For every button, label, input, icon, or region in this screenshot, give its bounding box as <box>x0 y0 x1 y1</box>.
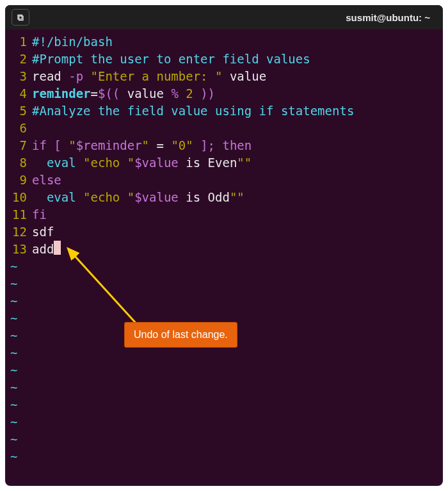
token: fi <box>32 207 47 221</box>
line-number: 6 <box>5 120 32 137</box>
token: $value <box>134 190 179 204</box>
tilde-icon: ~ <box>5 414 17 431</box>
empty-line: ~ <box>5 414 443 431</box>
token: % <box>171 86 186 101</box>
empty-line: ~ <box>5 362 443 379</box>
token: )) <box>200 86 215 101</box>
code-content: add <box>32 241 443 258</box>
token <box>32 156 47 170</box>
token: "" <box>230 190 244 204</box>
empty-line: ~ <box>5 327 443 344</box>
token: = <box>149 138 171 152</box>
new-tab-button[interactable]: ⧉ <box>12 9 29 26</box>
code-line: 7if [ "$reminder" = "0" ]; then <box>5 137 443 154</box>
empty-line: ~ <box>5 293 443 310</box>
token: "0" <box>171 138 193 152</box>
token: read <box>32 69 68 83</box>
editor-area[interactable]: 1#!/bin/bash2#Prompt the user to enter f… <box>5 29 443 486</box>
code-content: eval "echo "$value is Even"" <box>32 154 443 172</box>
token: -p <box>68 69 90 83</box>
token: #Analyze the field value using if statem… <box>32 104 354 118</box>
token: "echo " <box>83 156 134 170</box>
code-line: 5#Analyze the field value using if state… <box>5 102 443 120</box>
line-number: 12 <box>5 223 32 241</box>
token: else <box>32 173 61 187</box>
code-line: 9else <box>5 172 443 189</box>
code-line: 6 <box>5 120 443 137</box>
code-content: reminder=$(( value % 2 )) <box>32 85 443 102</box>
tilde-icon: ~ <box>5 275 17 293</box>
code-content: fi <box>32 206 443 223</box>
token: if [ <box>32 138 68 152</box>
line-number: 8 <box>5 154 32 172</box>
tilde-icon: ~ <box>5 327 17 344</box>
code-content: if [ "$reminder" = "0" ]; then <box>32 137 443 154</box>
code-content: read -p "Enter a number: " value <box>32 68 443 85</box>
tilde-icon: ~ <box>5 258 17 275</box>
code-line: 10 eval "echo "$value is Odd"" <box>5 189 443 206</box>
token: "echo " <box>83 190 134 204</box>
token: value <box>127 86 172 101</box>
code-line: 1#!/bin/bash <box>5 33 443 51</box>
tilde-icon: ~ <box>5 310 17 327</box>
code-line: 3read -p "Enter a number: " value <box>5 68 443 85</box>
titlebar-left: ⧉ <box>12 9 29 26</box>
tilde-icon: ~ <box>5 431 17 448</box>
token: ]; then <box>193 138 252 152</box>
terminal-window: ⧉ susmit@ubuntu: ~ 1#!/bin/bash2#Prompt … <box>5 5 443 486</box>
code-content: #Prompt the user to enter field values <box>32 51 443 68</box>
empty-line: ~ <box>5 344 443 362</box>
empty-line: ~ <box>5 431 443 448</box>
token: "Enter a number: " <box>91 69 223 83</box>
token: eval <box>47 190 83 204</box>
token: "" <box>237 156 252 170</box>
tilde-icon: ~ <box>5 344 17 362</box>
code-line: 8 eval "echo "$value is Even"" <box>5 154 443 172</box>
tilde-icon: ~ <box>5 362 17 379</box>
code-line: 13add <box>5 241 443 258</box>
line-number: 5 <box>5 102 32 120</box>
new-tab-icon: ⧉ <box>17 12 24 23</box>
code-content: sdf <box>32 223 443 241</box>
titlebar: ⧉ susmit@ubuntu: ~ <box>5 5 443 29</box>
token: $(( <box>98 86 127 101</box>
window-title: susmit@ubuntu: ~ <box>29 12 436 23</box>
token: 2 <box>186 86 200 101</box>
empty-line: ~ <box>5 448 443 465</box>
code-line: 11fi <box>5 206 443 223</box>
line-number: 7 <box>5 137 32 154</box>
code-line: 2#Prompt the user to enter field values <box>5 51 443 68</box>
token: " <box>68 138 76 152</box>
line-number: 2 <box>5 51 32 68</box>
token: = <box>91 86 98 101</box>
token: eval <box>47 156 83 170</box>
token: $reminder <box>76 138 142 152</box>
empty-line: ~ <box>5 275 443 293</box>
code-content: #!/bin/bash <box>32 33 443 51</box>
line-number: 4 <box>5 85 32 102</box>
token: " <box>142 138 149 152</box>
tilde-icon: ~ <box>5 448 17 465</box>
line-number: 9 <box>5 172 32 189</box>
empty-line: ~ <box>5 379 443 396</box>
token: #!/bin/bash <box>32 35 113 49</box>
code-content: else <box>32 172 443 189</box>
empty-line: ~ <box>5 310 443 327</box>
tilde-icon: ~ <box>5 293 17 310</box>
line-number: 10 <box>5 189 32 206</box>
token: #Prompt the user to enter field values <box>32 52 310 66</box>
line-number: 3 <box>5 68 32 85</box>
token: is Even <box>179 156 237 170</box>
cursor <box>54 241 61 255</box>
code-content <box>32 120 443 137</box>
line-number: 1 <box>5 33 32 51</box>
token: reminder <box>32 86 91 101</box>
token: add <box>32 242 54 256</box>
token: sdf <box>32 225 54 239</box>
code-line: 4reminder=$(( value % 2 )) <box>5 85 443 102</box>
tilde-icon: ~ <box>5 396 17 414</box>
line-number: 11 <box>5 206 32 223</box>
line-number: 13 <box>5 241 32 258</box>
code-line: 12sdf <box>5 223 443 241</box>
empty-line: ~ <box>5 258 443 275</box>
